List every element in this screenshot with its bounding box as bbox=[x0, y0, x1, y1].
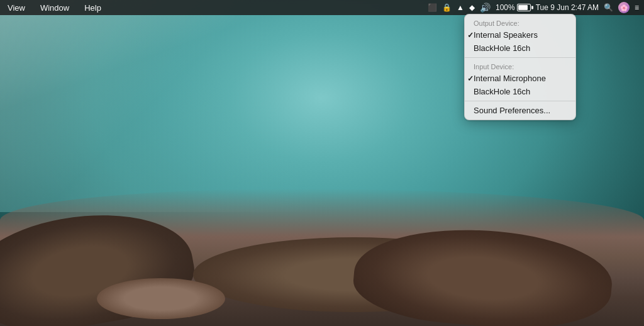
input-device-internal-mic[interactable]: Internal Microphone bbox=[465, 72, 575, 85]
menu-separator-1 bbox=[465, 57, 575, 58]
output-device-blackhole[interactable]: BlackHole 16ch bbox=[465, 42, 575, 55]
input-device-blackhole[interactable]: BlackHole 16ch bbox=[465, 85, 575, 98]
menubar: View Window Help ⬛ 🔒 ▲ ◆ 🔊 100% Tue 9 Ju… bbox=[0, 0, 644, 15]
rock-middle bbox=[193, 237, 515, 313]
menubar-clock: Tue 9 Jun 2:47 AM bbox=[536, 3, 599, 12]
output-internal-speakers-label: Internal Speakers bbox=[474, 30, 538, 40]
volume-icon[interactable]: 🔊 bbox=[480, 3, 491, 13]
input-internal-mic-label: Internal Microphone bbox=[474, 74, 546, 83]
menubar-right: ⬛ 🔒 ▲ ◆ 🔊 100% Tue 9 Jun 2:47 AM 🔍 🌸 ≡ bbox=[428, 2, 644, 13]
control-center-icon[interactable]: ≡ bbox=[635, 3, 639, 12]
menu-view[interactable]: View bbox=[5, 3, 28, 13]
bluetooth-icon[interactable]: ◆ bbox=[469, 3, 475, 12]
screen-icon[interactable]: ⬛ bbox=[428, 3, 437, 12]
sound-menu: Output Device: Internal Speakers BlackHo… bbox=[464, 14, 576, 120]
rock-highlight bbox=[97, 278, 226, 319]
sound-preferences-label: Sound Preferences... bbox=[474, 106, 550, 115]
menu-separator-2 bbox=[465, 101, 575, 101]
lock-icon[interactable]: 🔒 bbox=[442, 3, 452, 12]
rock-area bbox=[0, 189, 644, 326]
sound-preferences-item[interactable]: Sound Preferences... bbox=[465, 104, 575, 117]
wifi-icon[interactable]: ▲ bbox=[457, 3, 464, 12]
battery-icon bbox=[517, 4, 531, 11]
menu-window[interactable]: Window bbox=[38, 3, 72, 13]
menu-help[interactable]: Help bbox=[82, 3, 104, 13]
output-device-internal-speakers[interactable]: Internal Speakers bbox=[465, 28, 575, 42]
battery-percent: 100% bbox=[496, 3, 515, 12]
output-device-label: Output Device: bbox=[465, 17, 575, 28]
menubar-left: View Window Help bbox=[0, 3, 104, 13]
input-blackhole-label: BlackHole 16ch bbox=[474, 87, 530, 96]
input-device-label: Input Device: bbox=[465, 60, 575, 72]
search-icon[interactable]: 🔍 bbox=[604, 3, 613, 12]
user-avatar[interactable]: 🌸 bbox=[618, 2, 630, 13]
output-blackhole-label: BlackHole 16ch bbox=[474, 43, 530, 53]
battery-container: 100% bbox=[496, 3, 531, 12]
